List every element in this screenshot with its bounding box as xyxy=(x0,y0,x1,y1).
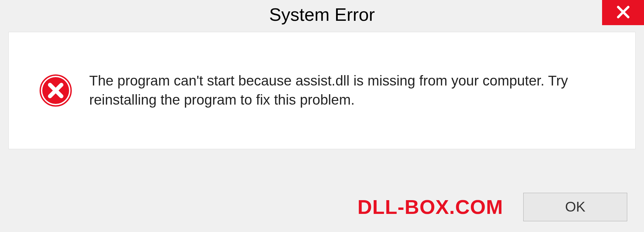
ok-button[interactable]: OK xyxy=(523,193,627,221)
error-icon xyxy=(39,74,72,107)
ok-button-label: OK xyxy=(565,199,586,215)
title-bar: System Error xyxy=(0,0,644,32)
dialog-content: The program can't start because assist.d… xyxy=(8,32,636,149)
close-icon xyxy=(616,5,630,20)
dialog-footer: DLL-BOX.COM OK xyxy=(0,182,644,232)
dialog-title: System Error xyxy=(269,4,375,25)
watermark-text: DLL-BOX.COM xyxy=(358,195,503,219)
error-message: The program can't start because assist.d… xyxy=(89,71,625,109)
close-button[interactable] xyxy=(602,0,644,25)
